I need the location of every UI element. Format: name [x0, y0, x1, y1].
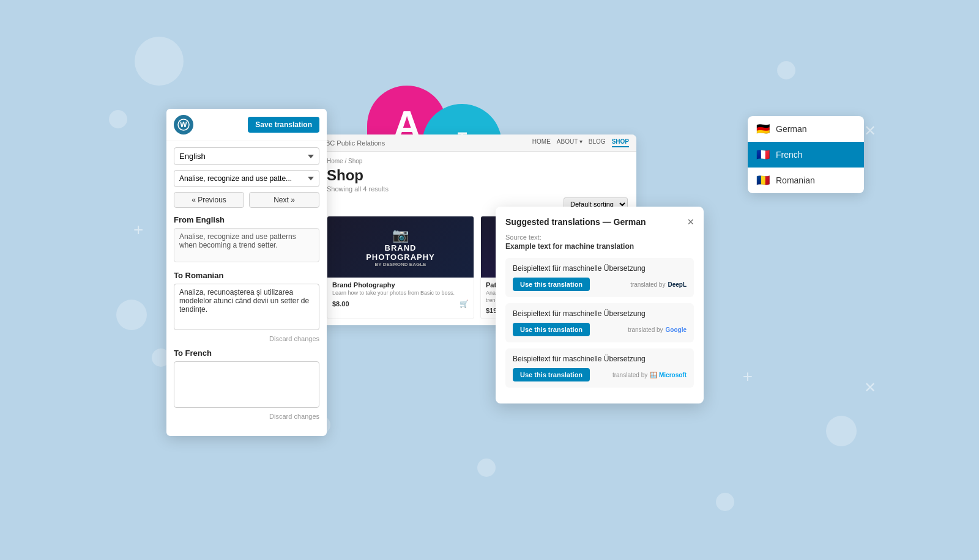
romanian-label: Romanian: [776, 175, 815, 185]
panel-header: W Save translation: [166, 109, 327, 141]
deco-x-1: ✕: [864, 122, 876, 139]
save-translation-button[interactable]: Save translation: [248, 117, 319, 133]
suggestion-text-microsoft: Beispieltext für maschinelle Übersetzung: [513, 355, 687, 363]
deco-circle-9: [716, 493, 734, 511]
source-text-field: Analise, recognize and use patterns when…: [174, 228, 319, 262]
deco-circle-6: [477, 459, 496, 477]
language-dropdown: 🇩🇪 German 🇫🇷 French 🇷🇴 Romanian: [748, 116, 864, 193]
provider-label-google: translated by: [628, 326, 663, 333]
results-count: Showing all 4 results: [327, 185, 628, 193]
suggestion-deepl: Beispieltext für maschinelle Übersetzung…: [505, 258, 694, 297]
suggestion-microsoft: Beispieltext für maschinelle Übersetzung…: [505, 348, 694, 388]
product-price-brand: $8.00: [332, 300, 349, 308]
to-french-label: To French: [174, 348, 319, 358]
french-flag: 🇫🇷: [756, 148, 770, 161]
camera-icon: 📷: [392, 227, 409, 243]
suggestion-text-deepl: Beispieltext für maschinelle Übersetzung: [513, 264, 687, 273]
google-logo: Google: [666, 326, 687, 333]
use-translation-microsoft[interactable]: Use this translation: [513, 368, 590, 381]
to-romanian-label: To Romanian: [174, 271, 319, 280]
browser-nav: BC Public Relations HOME ABOUT ▾ BLOG SH…: [318, 134, 636, 152]
german-flag: 🇩🇪: [756, 122, 770, 136]
suggestion-footer-google: Use this translation translated by Googl…: [513, 323, 687, 336]
brand-title: BRANDPHOTOGRAPHY: [366, 243, 435, 262]
deco-x-2: ✕: [864, 379, 876, 396]
site-name: BC Public Relations: [326, 139, 385, 147]
product-name-brand: Brand Photography: [332, 281, 469, 289]
deco-plus-2: +: [743, 367, 753, 386]
deco-circle-3: [116, 300, 147, 330]
french-translation-field[interactable]: [174, 361, 319, 408]
romanian-translation-field[interactable]: Analiza, recunoașterea și utilizarea mod…: [174, 284, 319, 330]
discard-french-link[interactable]: Discard changes: [269, 413, 319, 420]
suggestion-footer-deepl: Use this translation translated by DeepL: [513, 278, 687, 291]
wordpress-logo: W: [174, 115, 193, 134]
suggestion-footer-microsoft: Use this translation translated by 🪟 Mic…: [513, 368, 687, 381]
microsoft-logo: 🪟 Microsoft: [650, 372, 687, 378]
source-text-value: Example text for machine translation: [505, 242, 694, 251]
source-text-label: Source text:: [505, 234, 694, 241]
nav-buttons: « Previous Next »: [174, 192, 319, 208]
add-to-cart-brand[interactable]: 🛒: [460, 300, 469, 308]
use-translation-deepl[interactable]: Use this translation: [513, 278, 590, 291]
next-button[interactable]: Next »: [249, 192, 319, 208]
provider-label-microsoft: translated by: [612, 372, 647, 378]
deco-circle-8: [826, 416, 857, 446]
product-card-brand: 📷 BRANDPHOTOGRAPHY BY DESMOND EAGLE Bran…: [327, 216, 474, 319]
product-price-row-brand: $8.00 🛒: [332, 300, 469, 308]
language-select[interactable]: English: [174, 147, 319, 165]
product-desc-brand: Learn how to take your photos from Basic…: [332, 290, 469, 297]
suggestions-header: Suggested translations — German ×: [505, 216, 694, 227]
menu-about[interactable]: ABOUT ▾: [557, 138, 583, 147]
menu-home[interactable]: HOME: [532, 138, 551, 147]
french-label: French: [776, 150, 803, 160]
from-english-label: From English: [174, 215, 319, 224]
brand-author: BY DESMOND EAGLE: [375, 262, 426, 267]
deepl-logo: DeepL: [668, 281, 687, 288]
shop-title: Shop: [327, 167, 628, 184]
deco-plus-1: +: [133, 220, 143, 240]
lang-option-french[interactable]: 🇫🇷 French: [748, 142, 864, 168]
menu-blog[interactable]: BLOG: [589, 138, 606, 147]
suggestions-panel: Suggested translations — German × Source…: [496, 207, 704, 403]
menu-shop[interactable]: SHOP: [612, 138, 629, 147]
suggestions-title: Suggested translations — German: [505, 217, 646, 227]
suggestion-google: Beispieltext für maschinelle Übersetzung…: [505, 303, 694, 342]
translated-by-google: translated by Google: [628, 326, 687, 333]
panel-body: English Analise, recognize and use patte…: [166, 141, 327, 426]
suggestion-text-google: Beispieltext für maschinelle Übersetzung: [513, 309, 687, 318]
svg-text:W: W: [180, 120, 187, 129]
breadcrumb: Home / Shop: [327, 158, 628, 164]
german-label: German: [776, 124, 807, 134]
deco-circle-1: [135, 37, 184, 86]
discard-romanian-link[interactable]: Discard changes: [269, 335, 319, 342]
string-select[interactable]: Analise, recognize and use patte...: [174, 170, 319, 187]
close-suggestions-button[interactable]: ×: [687, 216, 694, 227]
lang-option-romanian[interactable]: 🇷🇴 Romanian: [748, 168, 864, 193]
deco-circle-2: [109, 110, 127, 128]
product-image-brand: 📷 BRANDPHOTOGRAPHY BY DESMOND EAGLE: [327, 216, 474, 278]
deco-circle-7: [777, 61, 795, 79]
translated-by-microsoft: translated by 🪟 Microsoft: [612, 372, 687, 378]
lang-option-german[interactable]: 🇩🇪 German: [748, 116, 864, 142]
provider-label-deepl: translated by: [630, 281, 665, 288]
product-body-brand: Brand Photography Learn how to take your…: [327, 278, 474, 312]
use-translation-google[interactable]: Use this translation: [513, 323, 590, 336]
romanian-flag: 🇷🇴: [756, 174, 770, 187]
wp-translation-panel: W Save translation English Analise, reco…: [166, 109, 327, 436]
browser-menu: HOME ABOUT ▾ BLOG SHOP: [532, 138, 629, 147]
translated-by-deepl: translated by DeepL: [630, 281, 687, 288]
previous-button[interactable]: « Previous: [174, 192, 244, 208]
